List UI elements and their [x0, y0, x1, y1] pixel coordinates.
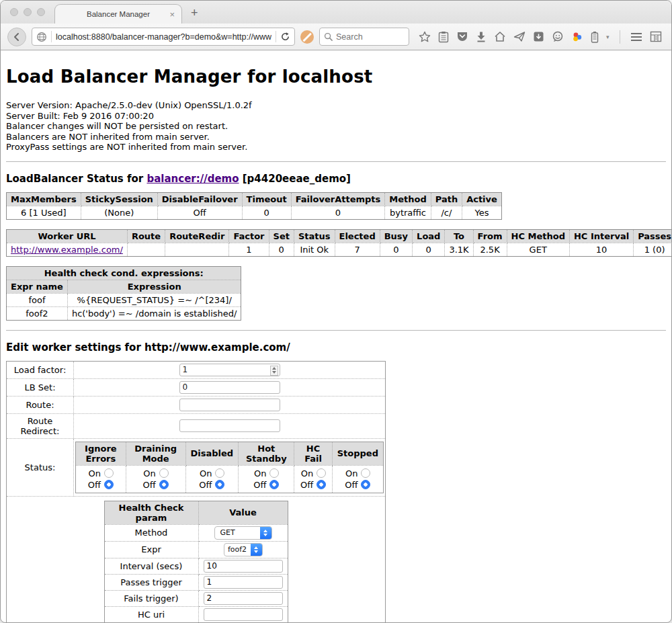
- hc-expr-select[interactable]: foof2: [224, 543, 263, 556]
- col-hc-value: Value: [198, 501, 288, 524]
- hc-fails-label: Fails trigger): [104, 590, 198, 606]
- route-input[interactable]: [179, 399, 280, 411]
- expr-table-title: Health check cond. expressions:: [7, 266, 241, 280]
- back-button[interactable]: [7, 28, 26, 46]
- hc-fails-input[interactable]: [204, 592, 283, 605]
- tab-balancer-manager[interactable]: Balancer Manager ×: [54, 4, 182, 24]
- stopped-on-radio[interactable]: [361, 468, 370, 478]
- reload-icon[interactable]: [280, 32, 290, 42]
- search-input[interactable]: [336, 32, 396, 42]
- draining-mode-off-radio[interactable]: [159, 480, 169, 489]
- col-worker-url: Worker URL: [7, 229, 128, 243]
- hot-standby-off-radio[interactable]: [269, 480, 279, 489]
- hc-fail-off-radio[interactable]: [317, 480, 326, 489]
- table-row: foof %{REQUEST_STATUS} =~ /^[234]/: [7, 293, 241, 306]
- route-redirect-input[interactable]: [179, 419, 280, 432]
- col-expression: Expression: [67, 280, 241, 293]
- urlbar-divider: [51, 31, 52, 42]
- cell-status: Init Ok: [294, 243, 335, 256]
- pocket-icon[interactable]: [456, 31, 468, 42]
- on-label: On: [253, 468, 266, 479]
- url-text[interactable]: localhost:8880/balancer-manager?b=demo&w…: [56, 32, 271, 42]
- balancer-link[interactable]: balancer://demo: [146, 173, 239, 185]
- new-tab-button[interactable]: +: [191, 6, 198, 20]
- hot-standby-on-radio[interactable]: [269, 468, 279, 478]
- inherit-note: Balancers are NOT inherited from main se…: [6, 132, 666, 142]
- toolbar-separator: [620, 30, 620, 44]
- sidebar-grid-icon[interactable]: [650, 31, 662, 42]
- toolbar-icons: ▾: [419, 30, 662, 44]
- home-icon[interactable]: [494, 31, 506, 42]
- hc-uri-input[interactable]: [204, 608, 283, 621]
- hc-expr-label: Expr: [104, 541, 198, 558]
- window-controls[interactable]: [10, 8, 45, 16]
- edit-worker-heading: Edit worker settings for http://www.exam…: [6, 341, 666, 354]
- worker-url-link[interactable]: http://www.example.com/: [11, 245, 123, 255]
- window-zoom-button[interactable]: [37, 8, 45, 16]
- tab-bar: Balancer Manager × +: [1, 1, 671, 24]
- bookmark-star-icon[interactable]: [419, 31, 431, 43]
- stopped-off-radio[interactable]: [361, 480, 370, 489]
- number-stepper-icon[interactable]: [270, 366, 278, 376]
- hc-passes-input[interactable]: [204, 576, 283, 589]
- hc-method-value: GET: [215, 528, 260, 537]
- col-stopped: Stopped: [332, 442, 383, 465]
- cell-hc-method: GET: [507, 243, 569, 256]
- urlbar-divider: [276, 31, 276, 42]
- overflow-caret-icon[interactable]: ▾: [606, 34, 610, 40]
- col-factor: Factor: [229, 229, 269, 243]
- col-hc-param: Health Check param: [104, 501, 198, 524]
- col-ignore-errors: Ignore Errors: [76, 442, 126, 465]
- col-status: Status: [294, 229, 335, 243]
- server-version: Server Version: Apache/2.5.0-dev (Unix) …: [6, 100, 666, 111]
- cell-expression: hc('body') =~ /domain is established/: [67, 306, 241, 320]
- cell-expr-name: foof: [7, 293, 68, 306]
- window-close-button[interactable]: [10, 8, 18, 16]
- ignore-errors-on-radio[interactable]: [104, 468, 114, 478]
- on-label: On: [300, 468, 313, 479]
- hc-uri-label: HC uri: [104, 606, 198, 622]
- ignore-errors-off-radio[interactable]: [104, 480, 114, 489]
- disabled-on-radio[interactable]: [215, 468, 224, 478]
- url-bar[interactable]: localhost:8880/balancer-manager?b=demo&w…: [32, 28, 295, 46]
- cell-maxmembers: 6 [1 Used]: [7, 206, 81, 219]
- lb-set-input[interactable]: [179, 381, 280, 394]
- status-label: Status:: [7, 438, 74, 496]
- draining-mode-on-radio[interactable]: [159, 468, 169, 478]
- window-minimize-button[interactable]: [24, 8, 32, 16]
- cell-factor: 1: [229, 243, 269, 256]
- cell-expression: %{REQUEST_STATUS} =~ /^[234]/: [67, 293, 241, 306]
- tab-title: Balancer Manager: [87, 10, 150, 18]
- route-redirect-label: Route Redirect:: [7, 413, 74, 438]
- tab-close-icon[interactable]: ×: [169, 9, 175, 19]
- server-info: Server Version: Apache/2.5.0-dev (Unix) …: [6, 100, 666, 153]
- save-page-icon[interactable]: [533, 31, 544, 42]
- col-disablefailover: DisableFailover: [157, 192, 242, 206]
- hc-interval-input[interactable]: [204, 560, 283, 573]
- search-bar[interactable]: [319, 28, 409, 46]
- load-factor-input[interactable]: [179, 364, 280, 376]
- on-label: On: [345, 468, 358, 479]
- cell-set: 0: [269, 243, 294, 256]
- send-tab-icon[interactable]: [513, 31, 526, 42]
- chat-icon[interactable]: [552, 31, 564, 42]
- page-content: Load Balancer Manager for localhost Serv…: [1, 50, 671, 623]
- reading-list-icon[interactable]: [438, 31, 449, 43]
- hc-method-select[interactable]: GET: [214, 526, 272, 540]
- form-row-lb-set: LB Set:: [7, 378, 386, 396]
- battery-panel-icon[interactable]: [591, 31, 599, 43]
- downloads-icon[interactable]: [476, 31, 487, 42]
- cell-from: 2.5K: [473, 243, 507, 256]
- content-block-icon[interactable]: [300, 30, 314, 44]
- cell-stickysession: (None): [81, 206, 157, 219]
- cell-expr-name: foof2: [7, 306, 68, 320]
- col-disabled: Disabled: [185, 442, 239, 465]
- extensions-colored-icon[interactable]: [571, 31, 583, 43]
- col-routeredir: RouteRedir: [165, 229, 229, 243]
- hc-fail-on-radio[interactable]: [317, 468, 326, 478]
- table-row: 6 [1 Used] (None) Off 0 0 bytraffic /c/ …: [7, 206, 502, 219]
- menu-icon[interactable]: [630, 32, 642, 42]
- col-busy: Busy: [380, 229, 412, 243]
- disabled-off-radio[interactable]: [215, 480, 224, 489]
- cell-routeredir: [165, 243, 229, 256]
